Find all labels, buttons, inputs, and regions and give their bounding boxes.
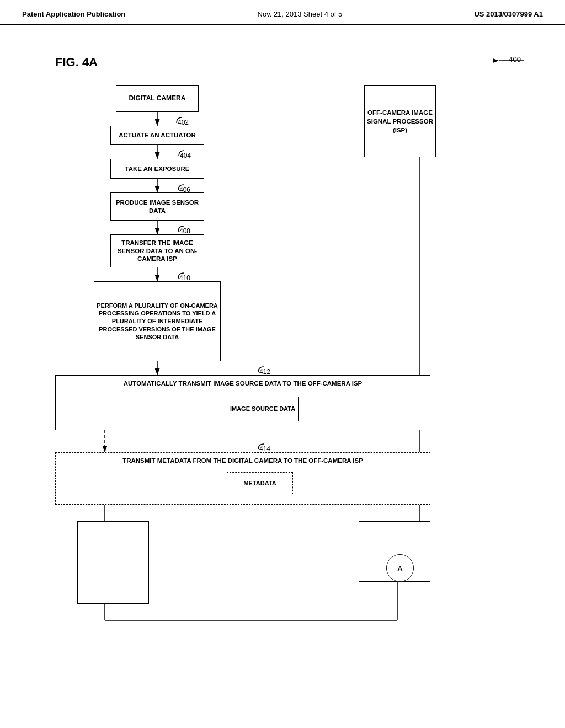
header-patent-number: US 2013/0307999 A1: [474, 10, 543, 18]
ref-414-curve: [253, 441, 269, 452]
image-source-data-box: IMAGE SOURCE DATA: [227, 397, 299, 421]
ref-410-curve: [173, 270, 189, 281]
digital-camera-box: DIGITAL CAMERA: [116, 85, 199, 112]
page-header: Patent Application Publication Nov. 21, …: [0, 0, 565, 25]
header-date-sheet: Nov. 21, 2013 Sheet 4 of 5: [258, 10, 343, 18]
metadata-container: TRANSMIT METADATA FROM THE DIGITAL CAMER…: [55, 452, 430, 505]
auto-transmit-label: AUTOMATICALLY TRANSMIT IMAGE SOURCE DATA…: [124, 380, 363, 387]
ref-412-curve: [253, 364, 269, 375]
diagram-area: FIG. 4A 400 DIGITAL CAMERA 402 ACTUATE A…: [0, 25, 565, 698]
header-publication-label: Patent Application Publication: [22, 10, 125, 18]
produce-data-box: PRODUCE IMAGE SENSOR DATA: [110, 192, 204, 221]
bottom-left-box: [77, 521, 149, 604]
ref-400-arrow-svg: [493, 50, 532, 66]
ref-402-curve: [171, 115, 188, 126]
take-exposure-box: TAKE AN EXPOSURE: [110, 159, 204, 179]
perform-ops-box: PERFORM A PLURALITY OF ON-CAMERA PROCESS…: [94, 281, 221, 361]
transfer-data-box: TRANSFER THE IMAGE SENSOR DATA TO AN ON-…: [110, 234, 204, 267]
ref-406-curve: [173, 182, 189, 193]
metadata-box: METADATA: [227, 472, 293, 494]
figure-label: FIG. 4A: [55, 55, 98, 69]
auto-transmit-container: AUTOMATICALLY TRANSMIT IMAGE SOURCE DATA…: [55, 375, 430, 430]
isp-box: OFF-CAMERA IMAGE SIGNAL PROCESSOR (ISP): [364, 85, 436, 157]
connector-a: A: [386, 554, 414, 582]
ref-408-curve: [173, 223, 189, 234]
ref-404-curve: [173, 148, 190, 159]
transmit-metadata-label: TRANSMIT METADATA FROM THE DIGITAL CAMER…: [122, 457, 363, 464]
actuate-box: ACTUATE AN ACTUATOR: [110, 126, 204, 145]
